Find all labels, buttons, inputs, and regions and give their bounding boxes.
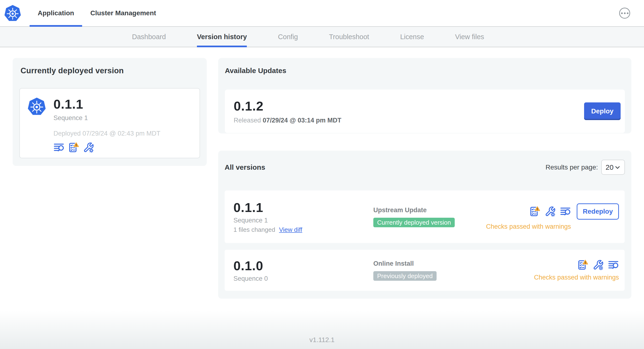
tab-view-files[interactable]: View files [455, 27, 484, 47]
admin-console: Application Cluster Management Dashboard… [0, 0, 644, 349]
logs-icon[interactable] [608, 260, 619, 270]
console-version: v1.112.1 [309, 336, 334, 349]
tab-dashboard[interactable]: Dashboard [132, 27, 166, 47]
tab-troubleshoot[interactable]: Troubleshoot [329, 27, 369, 47]
page-footer: v1.112.1 [0, 310, 644, 349]
row-version-number: 0.1.1 [234, 200, 373, 215]
currently-deployed-card: Currently deployed version 0.1.1 Sequenc… [13, 58, 207, 166]
more-menu-button[interactable] [619, 8, 630, 18]
available-updates-title: Available Updates [225, 66, 625, 75]
kubernetes-app-icon [28, 98, 46, 116]
version-row-0.1.1: 0.1.1 Sequence 1 1 files changed View di… [224, 190, 625, 243]
results-per-page-select[interactable]: 20 [601, 160, 625, 175]
config-icon[interactable] [83, 142, 94, 153]
available-updates-card: Available Updates 0.1.2 Released 07/29/2… [218, 58, 631, 134]
deployed-version-card: 0.1.1 Sequence 1 Deployed 07/29/24 @ 02:… [19, 88, 200, 158]
row-version-number: 0.1.0 [234, 258, 373, 273]
update-version-number: 0.1.2 [234, 98, 341, 114]
kubernetes-logo-icon [4, 5, 21, 22]
update-released-line: Released 07/29/24 @ 03:14 pm MDT [234, 117, 341, 124]
chevron-down-icon [614, 164, 621, 171]
preflight-checks-warning-icon[interactable] [68, 142, 79, 153]
tab-version-history[interactable]: Version history [197, 27, 247, 47]
top-nav: Application Cluster Management [0, 0, 644, 27]
version-source-label: Upstream Update [373, 206, 486, 214]
currently-deployed-badge: Currently deployed version [373, 218, 455, 227]
preflight-checks-warning-icon[interactable] [578, 260, 588, 270]
released-label: Released [234, 117, 261, 124]
preflight-checks-warning-icon[interactable] [530, 206, 540, 217]
all-versions-card: All versions Results per page: 20 0.1.1 … [218, 151, 631, 299]
deployed-version-number: 0.1.1 [54, 97, 160, 112]
tab-application[interactable]: Application [30, 0, 82, 26]
logs-icon[interactable] [54, 142, 64, 153]
deployed-sequence: Sequence 1 [54, 114, 160, 122]
ellipsis-icon [621, 12, 623, 14]
config-icon[interactable] [545, 206, 556, 217]
app-sub-nav: Dashboard Version history Config Trouble… [0, 27, 644, 47]
ellipsis-icon [624, 12, 626, 14]
top-nav-tabs: Application Cluster Management [30, 0, 164, 26]
tab-config[interactable]: Config [278, 27, 298, 47]
preflight-status-text: Checks passed with warnings [534, 274, 619, 281]
tab-cluster-management[interactable]: Cluster Management [82, 0, 164, 26]
deployed-timestamp: Deployed 07/29/24 @ 02:43 pm MDT [54, 130, 160, 137]
all-versions-title: All versions [224, 163, 265, 172]
deploy-button[interactable]: Deploy [584, 102, 620, 120]
config-icon[interactable] [593, 260, 604, 270]
previously-deployed-badge: Previously deployed [373, 271, 436, 281]
logs-icon[interactable] [560, 206, 571, 217]
row-sequence: Sequence 1 [234, 217, 373, 224]
released-timestamp: 07/29/24 @ 03:14 pm MDT [263, 117, 341, 124]
results-per-page-value: 20 [606, 163, 614, 172]
files-changed-label: 1 files changed [234, 226, 275, 234]
update-row: 0.1.2 Released 07/29/24 @ 03:14 pm MDT D… [225, 90, 625, 133]
row-sequence: Sequence 0 [234, 275, 373, 282]
ellipsis-icon [627, 12, 628, 14]
version-source-label: Online Install [373, 260, 534, 267]
redeploy-button[interactable]: Redeploy [577, 204, 619, 220]
tab-license[interactable]: License [400, 27, 424, 47]
currently-deployed-title: Currently deployed version [20, 66, 200, 75]
preflight-status-text: Checks passed with warnings [486, 223, 571, 230]
version-row-0.1.0: 0.1.0 Sequence 0 Online Install Previous… [224, 250, 625, 291]
results-per-page-label: Results per page: [546, 164, 598, 171]
view-diff-link[interactable]: View diff [279, 226, 302, 234]
sub-nav-tabs: Dashboard Version history Config Trouble… [132, 27, 484, 47]
